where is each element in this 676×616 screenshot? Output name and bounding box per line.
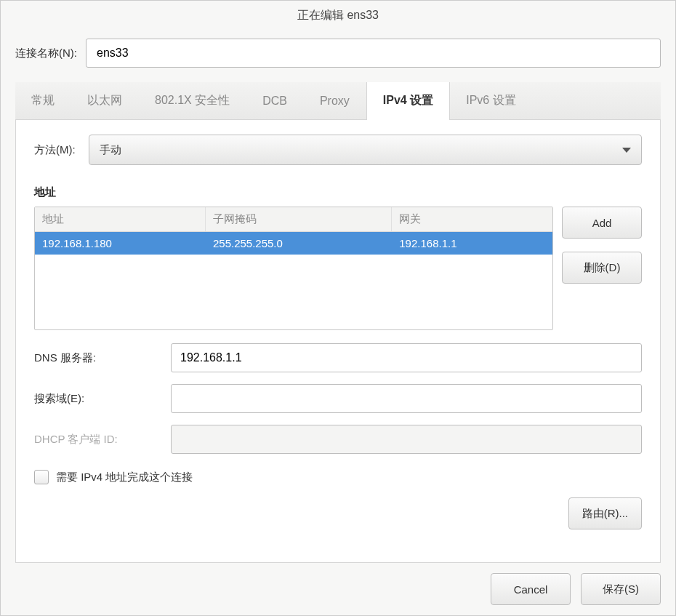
addresses-buttons: Add 删除(D) xyxy=(562,207,642,330)
window-titlebar: 正在编辑 ens33 xyxy=(1,1,675,30)
require-ipv4-label: 需要 IPv4 地址完成这个连接 xyxy=(56,471,193,484)
method-row: 方法(M): 手动 xyxy=(34,135,642,165)
tab-ipv4-settings[interactable]: IPv4 设置 xyxy=(366,82,450,119)
dhcp-client-id-row: DHCP 客户端 ID: xyxy=(34,425,642,454)
method-select[interactable]: 手动 xyxy=(89,135,642,165)
chevron-down-icon xyxy=(622,148,631,153)
connection-name-input[interactable] xyxy=(86,39,661,68)
dns-input[interactable] xyxy=(171,343,642,372)
require-ipv4-row: 需要 IPv4 地址完成这个连接 xyxy=(34,470,642,484)
routes-button[interactable]: 路由(R)... xyxy=(568,497,642,529)
tab-general[interactable]: 常规 xyxy=(15,82,71,119)
col-header-netmask[interactable]: 子网掩码 xyxy=(206,207,392,231)
col-header-address[interactable]: 地址 xyxy=(35,207,206,231)
connection-name-row: 连接名称(N): xyxy=(15,39,661,68)
window-title: 正在编辑 ens33 xyxy=(297,8,379,23)
window-content: 连接名称(N): 常规 以太网 802.1X 安全性 DCB Proxy IPv… xyxy=(1,30,675,563)
search-domain-input[interactable] xyxy=(171,384,642,413)
dns-row: DNS 服务器: xyxy=(34,343,642,372)
method-label: 方法(M): xyxy=(34,143,76,157)
addresses-table-header: 地址 子网掩码 网关 xyxy=(35,207,552,232)
tab-ipv6-settings[interactable]: IPv6 设置 xyxy=(450,82,532,119)
tab-proxy[interactable]: Proxy xyxy=(304,82,366,119)
tabs-bar: 常规 以太网 802.1X 安全性 DCB Proxy IPv4 设置 IPv6… xyxy=(15,82,661,120)
dns-label: DNS 服务器: xyxy=(34,351,158,365)
dhcp-client-id-label: DHCP 客户端 ID: xyxy=(34,433,158,447)
delete-button[interactable]: 删除(D) xyxy=(562,252,642,284)
ipv4-tab-body: 方法(M): 手动 地址 地址 子网掩码 网关 192.168.1.180 xyxy=(15,120,661,563)
cell-address: 192.168.1.180 xyxy=(35,232,206,255)
tab-dcb[interactable]: DCB xyxy=(246,82,304,119)
add-button[interactable]: Add xyxy=(562,207,642,239)
tab-8021x-security[interactable]: 802.1X 安全性 xyxy=(139,82,246,119)
routes-row: 路由(R)... xyxy=(34,497,642,529)
cancel-button[interactable]: Cancel xyxy=(491,573,571,605)
method-select-value: 手动 xyxy=(100,143,121,157)
tab-ethernet[interactable]: 以太网 xyxy=(71,82,139,119)
dhcp-client-id-input xyxy=(171,425,642,454)
cell-gateway: 192.168.1.1 xyxy=(392,232,552,255)
addresses-table[interactable]: 地址 子网掩码 网关 192.168.1.180 255.255.255.0 1… xyxy=(34,207,553,330)
search-domain-label: 搜索域(E): xyxy=(34,392,158,406)
require-ipv4-checkbox[interactable] xyxy=(34,470,49,484)
connection-name-label: 连接名称(N): xyxy=(15,47,77,60)
cell-netmask: 255.255.255.0 xyxy=(206,232,392,255)
table-row[interactable]: 192.168.1.180 255.255.255.0 192.168.1.1 xyxy=(35,232,552,255)
search-domain-row: 搜索域(E): xyxy=(34,384,642,413)
col-header-gateway[interactable]: 网关 xyxy=(392,207,552,231)
addresses-wrap: 地址 子网掩码 网关 192.168.1.180 255.255.255.0 1… xyxy=(34,207,642,330)
addresses-section-title: 地址 xyxy=(34,185,642,199)
editing-connection-window: 正在编辑 ens33 连接名称(N): 常规 以太网 802.1X 安全性 DC… xyxy=(0,0,676,616)
dialog-footer: Cancel 保存(S) xyxy=(1,563,675,615)
save-button[interactable]: 保存(S) xyxy=(581,573,661,605)
